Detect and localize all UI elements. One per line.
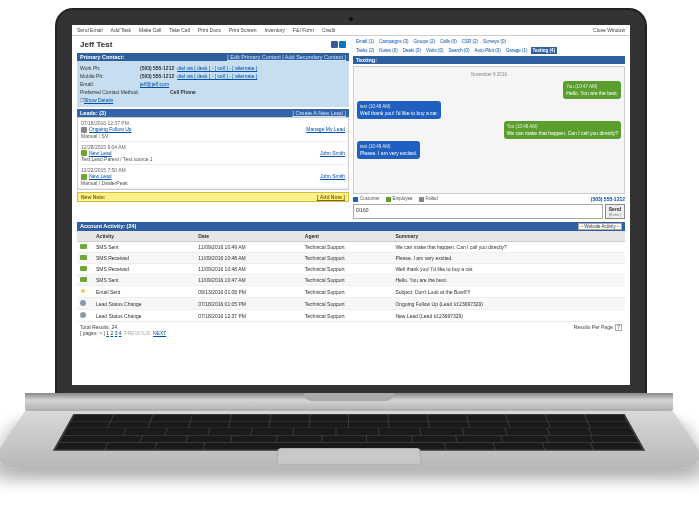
table-row[interactable]: SMS Sent11/09/2016 10:47 AMTechnical Sup… xyxy=(77,275,625,286)
facebook-icon[interactable] xyxy=(331,41,338,48)
lead-manage-link[interactable]: Manage My Lead xyxy=(306,126,345,133)
menu-credit[interactable]: Credit xyxy=(322,27,335,33)
cell-date: 07/18/2016 12:37 PM xyxy=(195,310,302,322)
work-phone-value: (503) 555-1212 xyxy=(140,65,174,71)
tab-groups[interactable]: Groups (2) xyxy=(412,38,438,45)
page-4[interactable]: 4 xyxy=(119,330,122,336)
message-out: You (10:47 AM) Hello. You are the best. xyxy=(563,81,621,99)
send-button[interactable]: Send (Enter) xyxy=(605,204,625,219)
menu-inventory[interactable]: Inventory xyxy=(264,27,285,33)
tab-visits[interactable]: Visits (0) xyxy=(424,47,445,54)
contact-body: Work Ph: (503) 555-1212 dial via [ desk … xyxy=(77,61,349,107)
col-date[interactable]: Date xyxy=(195,231,302,242)
lead-sub: Manual / DealerPeak xyxy=(81,180,345,186)
leads-title: Leads: (3) xyxy=(80,110,106,116)
message-input[interactable]: 0/160 xyxy=(353,204,603,219)
tab-notes[interactable]: Notes (0) xyxy=(377,47,400,54)
cell-summary: Well thank you! I'd like to buy a car. xyxy=(392,264,625,275)
lead-item[interactable]: 07/18/2016 12:37 PM Ongoing Follow UpMan… xyxy=(78,118,348,142)
col-summary[interactable]: Summary xyxy=(392,231,625,242)
main-area: Jeff Test Primary Contact: [ Edit Primar… xyxy=(72,36,630,222)
website-activity-select[interactable]: -- Website Activity -- xyxy=(578,223,622,230)
leads-body: 07/18/2016 12:37 PM Ongoing Follow UpMan… xyxy=(77,117,349,190)
laptop-frame: Send Email Add Task Make Call Take Call … xyxy=(0,0,699,518)
table-row[interactable]: SMS Sent11/09/2016 10:49 AMTechnical Sup… xyxy=(77,242,625,253)
page-3[interactable]: 3 xyxy=(115,330,118,336)
lead-title[interactable]: New Lead xyxy=(89,173,112,179)
show-details-link[interactable]: Show Details xyxy=(84,97,113,103)
menu-print-docs[interactable]: Print Docs xyxy=(198,27,221,33)
lead-title[interactable]: Ongoing Follow Up xyxy=(89,126,132,132)
screen-bezel: Send Email Add Task Make Call Take Call … xyxy=(55,8,647,397)
table-row[interactable]: SMS Received11/09/2016 10:48 AMTechnical… xyxy=(77,264,625,275)
texting-title: Texting: xyxy=(356,57,377,63)
tab-autopilot[interactable]: Auto-Pilot (0) xyxy=(472,47,502,54)
send-hint: (Enter) xyxy=(609,212,621,217)
menu-fi-form[interactable]: F&I Form xyxy=(293,27,314,33)
page-1[interactable]: 1 xyxy=(106,330,109,336)
legend-failed: Failed xyxy=(419,196,438,201)
contact-name: Jeff Test xyxy=(80,40,112,49)
tab-surveys[interactable]: Surveys (0) xyxy=(481,38,508,45)
lead-item[interactable]: 12/28/2015 9:04 AM New LeadJohn Smith Te… xyxy=(78,142,348,166)
keyboard-deck xyxy=(0,411,699,469)
cell-summary: We can make that happen. Can I call you … xyxy=(392,242,625,253)
tab-campaigns[interactable]: Campaigns (3) xyxy=(377,38,411,45)
lead-owner-link[interactable]: John Smith xyxy=(320,150,345,157)
message-text: Hello. You are the best. xyxy=(566,90,618,96)
col-activity[interactable]: Activity xyxy=(93,231,195,242)
message-text: We can make that happen. Can I call you … xyxy=(507,130,618,136)
status-badge-icon xyxy=(81,127,87,133)
cell-agent: Technical Support xyxy=(302,286,393,298)
tab-email[interactable]: Email (1) xyxy=(354,38,376,45)
primary-contact-panel: Primary Contact: [ Edit Primary Contact … xyxy=(77,53,349,107)
close-window[interactable]: Close Window xyxy=(593,27,625,33)
linkedin-icon[interactable] xyxy=(339,41,346,48)
cell-agent: Technical Support xyxy=(302,310,393,322)
menu-print-screen[interactable]: Print Screen xyxy=(229,27,257,33)
tab-garage[interactable]: Garage (1) xyxy=(504,47,530,54)
contact-name-bar: Jeff Test xyxy=(77,38,349,51)
message-from: test (10:49 AM) xyxy=(360,144,417,149)
lead-title[interactable]: New Lead xyxy=(89,150,112,156)
menu-add-task[interactable]: Add Task xyxy=(111,27,131,33)
table-row[interactable]: SMS Received11/09/2016 10:48 AMTechnical… xyxy=(77,253,625,264)
tab-deals[interactable]: Deals (0) xyxy=(401,47,423,54)
menu-make-call[interactable]: Make Call xyxy=(139,27,161,33)
message-date: November 9 2016 xyxy=(357,72,621,77)
rpp-select[interactable]: 7 xyxy=(615,324,622,331)
message-from: You (10:47 AM) xyxy=(566,84,618,89)
left-column: Jeff Test Primary Contact: [ Edit Primar… xyxy=(77,38,349,219)
next-link[interactable]: NEXT xyxy=(153,330,166,336)
table-row[interactable]: Email Sent09/13/2016 01:08 PMTechnical S… xyxy=(77,286,625,298)
texting-phone: (503) 555-1212 xyxy=(591,196,625,202)
col-agent[interactable]: Agent xyxy=(302,231,393,242)
tab-csr[interactable]: CSR (2) xyxy=(460,38,480,45)
lead-item[interactable]: 12/22/2015 7:50 AM New LeadJohn Smith Ma… xyxy=(78,165,348,189)
app-screen: Send Email Add Task Make Call Take Call … xyxy=(72,25,630,385)
cell-summary: Subject: Don't Look at the Bowl!!!! xyxy=(392,286,625,298)
message-legend: Customer Employee Failed xyxy=(353,196,438,201)
table-row[interactable]: Lead Status Change07/18/2016 01:05 PMTec… xyxy=(77,298,625,310)
tab-calls[interactable]: Calls (0) xyxy=(438,38,459,45)
add-note-link[interactable]: [ Add Note ] xyxy=(317,194,345,200)
lead-owner-link[interactable]: John Smith xyxy=(320,173,345,180)
menu-take-call[interactable]: Take Call xyxy=(169,27,190,33)
email-value[interactable]: jeff@jeff.com xyxy=(140,81,169,87)
pages-label: [ pages: > ] xyxy=(80,330,105,336)
cell-agent: Technical Support xyxy=(302,242,393,253)
cell-agent: Technical Support xyxy=(302,275,393,286)
page-2[interactable]: 2 xyxy=(110,330,113,336)
activity-title: Account Activity: (24) xyxy=(80,223,136,230)
tab-tasks[interactable]: Tasks (2) xyxy=(354,47,376,54)
work-dial-links[interactable]: dial via [ desk ] - [ cell ] - [ alterna… xyxy=(177,65,257,71)
create-lead-link[interactable]: [ Create A New Lead ] xyxy=(292,110,346,116)
cell-activity: SMS Received xyxy=(93,264,195,275)
edit-contact-link[interactable]: [ Edit Primary Contact | Add Secondary C… xyxy=(227,54,346,60)
mobile-dial-links[interactable]: dial via [ desk ] - [ cell ] - [ alterna… xyxy=(177,73,257,79)
table-row[interactable]: Lead Status Change07/18/2016 12:37 PMTec… xyxy=(77,310,625,322)
tab-search[interactable]: Search (0) xyxy=(446,47,471,54)
tab-texting[interactable]: Texting (4) xyxy=(531,47,557,54)
menu-send-email[interactable]: Send Email xyxy=(77,27,103,33)
cell-activity: SMS Received xyxy=(93,253,195,264)
